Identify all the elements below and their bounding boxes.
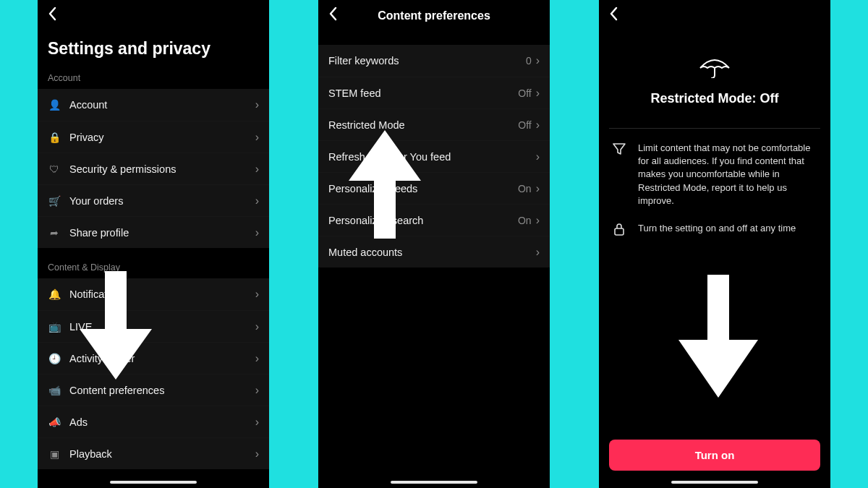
row-label: Content preferences — [69, 385, 255, 396]
chevron-right-icon: › — [255, 163, 259, 176]
home-indicator[interactable] — [391, 481, 477, 484]
list-content-display: 🔔 Notifications › 📺 LIVE › 🕘 Activity ce… — [38, 278, 269, 469]
chevron-right-icon: › — [255, 416, 259, 429]
info-row-toggle: Turn the setting on and off at any time — [599, 218, 830, 249]
home-indicator[interactable] — [110, 481, 197, 484]
row-label: Account — [69, 99, 255, 111]
row-label: STEM feed — [328, 87, 518, 99]
tv-icon: 📺 — [48, 321, 61, 333]
row-label: Restricted Mode — [328, 119, 518, 131]
row-orders[interactable]: 🛒 Your orders › — [38, 184, 269, 216]
screen-content-preferences: Content preferences Filter keywords 0 › … — [318, 0, 550, 488]
info-text: Limit content that may not be comfortabl… — [638, 142, 817, 207]
row-label: Privacy — [69, 132, 255, 143]
topbar: Content preferences — [318, 0, 550, 32]
row-label: Refresh your For You feed — [328, 151, 536, 163]
row-filter-keywords[interactable]: Filter keywords 0 › — [318, 45, 550, 77]
topbar — [38, 0, 269, 32]
row-label: Playback — [69, 448, 255, 460]
chevron-right-icon: › — [536, 246, 540, 259]
row-value: On — [518, 183, 532, 194]
row-value: Off — [518, 87, 531, 99]
row-activity[interactable]: 🕘 Activity center › — [38, 342, 269, 374]
row-value: 0 — [526, 55, 532, 67]
lock-icon — [612, 222, 628, 239]
row-label: Ads — [69, 416, 255, 428]
chevron-right-icon: › — [255, 320, 259, 333]
row-label: Share profile — [69, 227, 255, 239]
section-label-account: Account — [38, 69, 269, 89]
umbrella-icon — [699, 56, 731, 91]
share-icon: ➦ — [48, 227, 61, 239]
row-label: Security & permissions — [69, 163, 255, 175]
filter-icon — [612, 142, 628, 159]
chevron-right-icon: › — [255, 194, 259, 207]
info-text: Turn the setting on and off at any time — [638, 222, 796, 235]
row-restricted-mode[interactable]: Restricted Mode Off › — [318, 108, 550, 140]
svg-rect-0 — [615, 228, 624, 235]
row-label: Activity center — [69, 353, 255, 364]
lock-icon: 🔒 — [48, 132, 61, 143]
chevron-right-icon: › — [536, 150, 540, 163]
row-account[interactable]: 👤 Account › — [38, 89, 269, 121]
row-value: On — [518, 215, 532, 226]
row-personalized-feeds[interactable]: Personalized feeds On › — [318, 172, 550, 204]
chevron-right-icon: › — [536, 182, 540, 195]
clock-icon: 🕘 — [48, 353, 61, 364]
mode-title: Restricted Mode: Off — [650, 91, 778, 121]
row-label: Your orders — [69, 195, 255, 207]
row-live[interactable]: 📺 LIVE › — [38, 310, 269, 342]
arrow-down-overlay — [678, 275, 758, 398]
info-row-limit: Limit content that may not be comfortabl… — [599, 137, 830, 218]
row-muted-accounts[interactable]: Muted accounts › — [318, 236, 550, 267]
row-label: LIVE — [69, 321, 255, 333]
chevron-right-icon: › — [255, 131, 259, 144]
row-value: Off — [518, 119, 531, 131]
row-refresh-fyp[interactable]: Refresh your For You feed › — [318, 140, 550, 172]
chevron-right-icon: › — [536, 119, 540, 132]
row-share-profile[interactable]: ➦ Share profile › — [38, 216, 269, 248]
person-icon: 👤 — [48, 99, 61, 111]
back-button[interactable] — [328, 7, 337, 25]
row-personalized-search[interactable]: Personalized search On › — [318, 204, 550, 236]
chevron-right-icon: › — [255, 448, 259, 461]
row-label: Notifications — [69, 288, 255, 300]
row-ads[interactable]: 📣 Ads › — [38, 406, 269, 437]
row-label: Filter keywords — [328, 55, 526, 67]
screen-restricted-mode: Restricted Mode: Off Limit content that … — [599, 0, 830, 488]
shield-icon: 🛡 — [48, 163, 61, 175]
chevron-right-icon: › — [255, 384, 259, 397]
cart-icon: 🛒 — [48, 195, 61, 207]
chevron-right-icon: › — [255, 98, 259, 111]
row-playback[interactable]: ▣ Playback › — [38, 437, 269, 469]
chevron-right-icon: › — [536, 54, 540, 67]
hero: Restricted Mode: Off — [599, 32, 830, 128]
back-button[interactable] — [609, 7, 618, 25]
camera-icon: 📹 — [48, 385, 61, 396]
back-button[interactable] — [48, 7, 56, 25]
chevron-right-icon: › — [255, 226, 259, 239]
row-notifications[interactable]: 🔔 Notifications › — [38, 278, 269, 310]
bell-icon: 🔔 — [48, 288, 61, 300]
chevron-right-icon: › — [536, 214, 540, 227]
turn-on-button[interactable]: Turn on — [609, 440, 820, 471]
page-title: Settings and privacy — [38, 32, 269, 69]
row-content-preferences[interactable]: 📹 Content preferences › — [38, 374, 269, 406]
megaphone-icon: 📣 — [48, 416, 61, 428]
row-privacy[interactable]: 🔒 Privacy › — [38, 121, 269, 153]
play-icon: ▣ — [48, 448, 61, 460]
row-security[interactable]: 🛡 Security & permissions › — [38, 153, 269, 184]
chevron-right-icon: › — [255, 352, 259, 365]
chevron-right-icon: › — [255, 288, 259, 301]
home-indicator[interactable] — [671, 481, 758, 484]
section-label-content: Content & Display — [38, 258, 269, 278]
divider — [609, 128, 820, 129]
row-label: Personalized feeds — [328, 183, 518, 194]
row-label: Muted accounts — [328, 247, 536, 258]
header-title: Content preferences — [318, 9, 550, 22]
chevron-right-icon: › — [536, 87, 540, 100]
row-stem-feed[interactable]: STEM feed Off › — [318, 77, 550, 108]
screen-settings: Settings and privacy Account 👤 Account ›… — [38, 0, 269, 488]
topbar — [599, 0, 830, 32]
row-label: Personalized search — [328, 215, 518, 226]
